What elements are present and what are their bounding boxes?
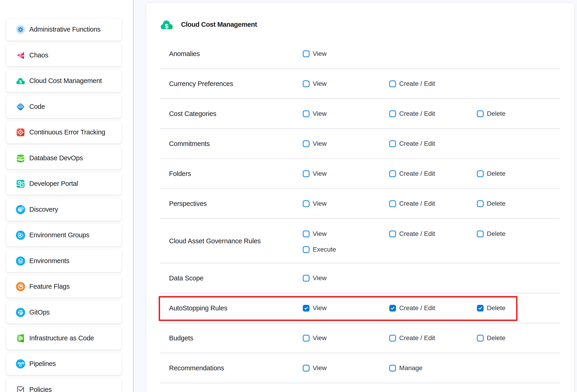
sidebar-item-label: Environments <box>29 257 70 265</box>
checkbox[interactable] <box>477 170 484 177</box>
checkbox[interactable] <box>303 141 310 147</box>
checkbox[interactable] <box>303 246 310 253</box>
permission-row-anomalies: Anomalies View <box>160 39 560 69</box>
checkbox-cost-categories-delete[interactable]: Delete <box>477 110 505 117</box>
sidebar-item-environments[interactable]: Environments <box>6 250 122 272</box>
sidebar-item-developer-portal[interactable]: Developer Portal <box>6 173 122 195</box>
checkbox[interactable] <box>389 80 396 87</box>
checkbox-label: View <box>313 230 326 238</box>
checkbox-anomalies-view[interactable]: View <box>303 50 326 57</box>
checkbox-label: View <box>313 140 326 147</box>
checkbox[interactable] <box>303 200 310 207</box>
permission-row-data-scope: Data Scope View <box>160 263 560 293</box>
permission-row-commitments: Commitments View Create / Edit <box>160 129 560 159</box>
checkbox-folders-create-edit[interactable]: Create / Edit <box>389 170 435 177</box>
checkbox-cost-categories-view[interactable]: View <box>303 110 326 117</box>
checkbox[interactable] <box>303 231 310 237</box>
module-sidebar: Administrative Functions Chaos $ <box>0 0 133 392</box>
sidebar-item-database-devops[interactable]: Database DevOps <box>6 147 122 169</box>
permission-row-folders: Folders View Create / Edit Delete <box>160 159 560 189</box>
checkbox-data-scope-view[interactable]: View <box>303 274 326 282</box>
checkbox-label: Delete <box>487 334 505 342</box>
checkbox-cost-categories-create-edit[interactable]: Create / Edit <box>389 110 435 117</box>
git-hexagon-icon <box>16 307 25 318</box>
sidebar-item-pipelines[interactable]: Pipelines <box>6 353 122 375</box>
checkbox[interactable] <box>389 305 396 312</box>
resource-label: Perspectives <box>169 200 207 208</box>
checkbox-autostopping-rules-view[interactable]: View <box>303 304 326 312</box>
checkbox-autostopping-rules-delete[interactable]: Delete <box>477 304 505 312</box>
checkbox[interactable] <box>303 110 310 117</box>
sidebar-item-label: Pipelines <box>29 360 56 368</box>
checkbox[interactable] <box>389 231 396 237</box>
checkbox-cloud-asset-governance-rules-execute[interactable]: Execute <box>303 246 336 253</box>
pipeline-nodes-icon <box>16 358 25 369</box>
checkbox[interactable] <box>389 110 396 117</box>
resource-label: Anomalies <box>169 50 200 58</box>
checkbox[interactable] <box>303 80 310 87</box>
checkbox-label: View <box>313 80 326 87</box>
sidebar-item-feature-flags[interactable]: Feature Flags <box>6 275 122 298</box>
checkbox-cloud-asset-governance-rules-view[interactable]: View <box>303 230 326 238</box>
permissions-table: Anomalies View Currency Preferences View… <box>160 39 560 383</box>
circuit-banner-icon <box>16 333 25 344</box>
chaos-triangles-icon <box>16 50 25 61</box>
checkbox-recommendations-manage[interactable]: Manage <box>389 364 423 372</box>
checkbox[interactable] <box>303 365 310 371</box>
sidebar-item-cloud-cost-management[interactable]: $ Cloud Cost Management <box>6 70 122 92</box>
checkbox-autostopping-rules-create-edit[interactable]: Create / Edit <box>389 304 435 312</box>
checkbox[interactable] <box>389 141 396 147</box>
checkbox[interactable] <box>389 335 396 342</box>
sidebar-item-infrastructure-as-code[interactable]: Infrastructure as Code <box>6 327 122 349</box>
sidebar-item-label: Environment Groups <box>29 231 89 239</box>
checkbox-cloud-asset-governance-rules-delete[interactable]: Delete <box>477 230 505 238</box>
checkbox-currency-preferences-create-edit[interactable]: Create / Edit <box>389 80 435 87</box>
sidebar-item-policies[interactable]: Policies <box>6 378 122 392</box>
sidebar-item-continuous-error-tracking[interactable]: Continuous Error Tracking <box>6 121 122 143</box>
sidebar-item-label: Cloud Cost Management <box>29 77 102 85</box>
checkbox[interactable] <box>477 231 484 237</box>
checkbox-perspectives-create-edit[interactable]: Create / Edit <box>389 200 435 207</box>
checkbox-label: Create / Edit <box>399 170 435 177</box>
sidebar-item-chaos[interactable]: Chaos <box>6 44 122 67</box>
checkbox-budgets-delete[interactable]: Delete <box>477 334 505 342</box>
checkbox[interactable] <box>303 50 310 57</box>
checkbox-perspectives-view[interactable]: View <box>303 200 326 207</box>
checkbox-label: Delete <box>487 230 505 238</box>
checkbox-perspectives-delete[interactable]: Delete <box>477 200 505 207</box>
checkbox[interactable] <box>477 200 484 207</box>
checkbox-currency-preferences-view[interactable]: View <box>303 80 326 87</box>
checkbox-commitments-view[interactable]: View <box>303 140 326 147</box>
resource-label: Commitments <box>169 140 210 147</box>
permission-row-currency-preferences: Currency Preferences View Create / Edit <box>160 69 560 99</box>
sidebar-item-administrative-functions[interactable]: Administrative Functions <box>6 18 122 40</box>
checkbox-label: Delete <box>487 304 505 312</box>
checkbox[interactable] <box>389 170 396 177</box>
checkbox-budgets-view[interactable]: View <box>303 334 326 342</box>
checkbox-label: View <box>313 274 326 282</box>
checkbox[interactable] <box>389 200 396 207</box>
checkbox-budgets-create-edit[interactable]: Create / Edit <box>389 334 435 342</box>
checkbox[interactable] <box>477 335 484 342</box>
checkbox[interactable] <box>303 335 310 342</box>
checkbox-recommendations-view[interactable]: View <box>303 364 326 372</box>
sidebar-item-environment-groups[interactable]: Environment Groups <box>6 224 122 246</box>
resource-label: Cloud Asset Governance Rules <box>169 237 261 245</box>
checkbox-cloud-asset-governance-rules-create-edit[interactable]: Create / Edit <box>389 230 435 238</box>
checkbox[interactable] <box>303 305 310 312</box>
resource-label: AutoStopping Rules <box>169 304 227 312</box>
checkbox[interactable] <box>303 170 310 177</box>
sidebar-item-discovery[interactable]: Discovery <box>6 198 122 221</box>
checkbox[interactable] <box>477 110 484 117</box>
checkbox-folders-view[interactable]: View <box>303 170 326 177</box>
sidebar-item-label: Administrative Functions <box>29 26 101 33</box>
checkbox[interactable] <box>303 275 310 282</box>
permission-row-budgets: Budgets View Create / Edit Delete <box>160 323 560 353</box>
checkbox[interactable] <box>477 305 484 312</box>
checkbox-folders-delete[interactable]: Delete <box>477 170 505 177</box>
layered-box-icon <box>16 255 25 267</box>
sidebar-item-code[interactable]: </> Code <box>6 96 122 118</box>
checkbox[interactable] <box>389 365 396 371</box>
sidebar-item-gitops[interactable]: GitOps <box>6 301 122 323</box>
checkbox-commitments-create-edit[interactable]: Create / Edit <box>389 140 435 147</box>
